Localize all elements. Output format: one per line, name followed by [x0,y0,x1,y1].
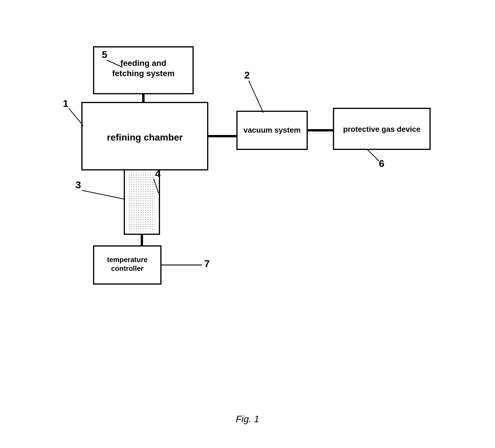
leader-1 [69,108,83,126]
protective-gas-label: protective gas device [343,125,420,134]
number-2: 2 [244,69,250,81]
number-6: 6 [379,158,384,169]
vacuum-system-label: vacuum system [243,126,300,134]
number-1: 1 [63,98,68,109]
temp-controller-label: temperature [107,256,148,264]
number-5: 5 [102,49,107,60]
diagram-svg: feeding and fetching system refining cha… [23,18,480,413]
number-3: 3 [75,179,81,190]
leader-2 [249,81,263,113]
leader-3 [82,190,124,199]
number-7: 7 [204,258,210,269]
refining-chamber-label: refining chamber [107,132,183,143]
leader-6 [367,149,379,161]
diagram-container: feeding and fetching system refining cha… [23,18,480,413]
figure-label: Fig. 1 [236,414,259,425]
temp-controller-label2: controller [111,264,144,272]
number-4: 4 [155,168,161,179]
feeding-fetching-label: feeding and [120,59,166,68]
heating-element-inner [129,173,155,231]
feeding-fetching-label2: fetching system [112,69,174,78]
